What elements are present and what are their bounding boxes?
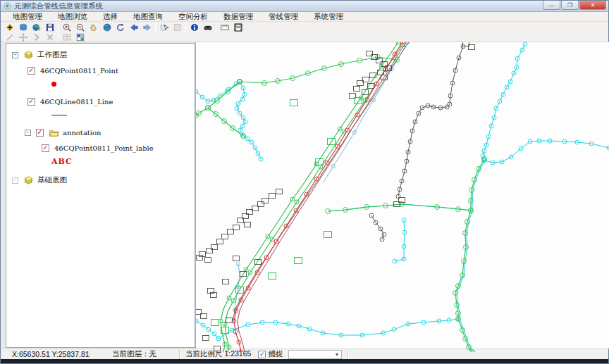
tree-node-annotation-group[interactable]: − ✓ annotation: [6, 125, 195, 139]
database-icon: [18, 23, 28, 32]
folder-icon: [49, 128, 59, 137]
clear-selection-icon: [173, 23, 183, 32]
next-extent-button[interactable]: [140, 23, 154, 33]
window-bottom-frame: [1, 359, 608, 363]
line-symbol: [51, 115, 67, 115]
layer-manager-icon: [75, 32, 85, 42]
point-symbol: [51, 82, 56, 87]
label-layer-checkbox[interactable]: ✓: [42, 144, 49, 152]
identify-button[interactable]: [187, 23, 201, 33]
full-extent-button[interactable]: [100, 23, 113, 33]
annotation-group-label: annotation: [63, 129, 102, 137]
measure-icon: [220, 23, 230, 32]
print-button[interactable]: [231, 23, 245, 33]
label-layer-label: 46CQPoint0811_Point_lable: [54, 144, 154, 152]
annotation-collapse-toggle-icon[interactable]: −: [25, 130, 31, 136]
continue-line-icon: [32, 32, 42, 42]
layer-tree-panel: − 工作图层 ✓ 46CQPoint0811_Point ✓ 46CQLine0…: [6, 43, 195, 348]
tree-node-line-layer[interactable]: ✓ 46CQLine0811_Line: [6, 94, 195, 108]
line-layer-label: 46CQLine0811_Line: [40, 98, 113, 106]
attribute-table-button[interactable]: [60, 32, 73, 43]
basemap-label: 基础底图: [37, 175, 67, 185]
main-toolbar: [1, 22, 608, 33]
basemap-collapse-toggle-icon[interactable]: −: [12, 177, 18, 184]
identify-icon: [190, 23, 199, 32]
left-gutter: [1, 42, 6, 349]
save-icon: [45, 23, 55, 32]
zoom-in-button[interactable]: [60, 23, 73, 33]
window-title: 元测综合管线信息管理系统: [14, 1, 103, 11]
coordinates-readout: X:65630.51 Y:25837.81: [6, 350, 90, 359]
line-layer-checkbox[interactable]: ✓: [27, 98, 35, 106]
print-icon: [233, 23, 243, 32]
basemap-layers-icon: [23, 176, 34, 185]
next-extent-icon: [142, 23, 152, 32]
tree-node-point-layer[interactable]: ✓ 46CQPoint0811_Point: [6, 63, 195, 77]
find-button[interactable]: [201, 23, 214, 33]
menu-pipeline-management[interactable]: 管线管理: [261, 12, 306, 22]
edit-sketch-button[interactable]: [3, 32, 16, 43]
chevron-down-icon: ▼: [333, 351, 340, 358]
tree-node-work-layers[interactable]: − 工作图层: [6, 48, 195, 62]
add-data-icon: [5, 23, 15, 32]
pan-button[interactable]: [87, 23, 100, 33]
select-features-icon: [159, 23, 169, 32]
layer-manager-button[interactable]: [73, 32, 87, 43]
layers-stack-icon: [23, 51, 34, 60]
zoom-out-button[interactable]: [73, 23, 87, 33]
delete-feature-button[interactable]: [43, 32, 56, 43]
app-window: 元测综合管线信息管理系统 — ❐ ✕ 地图管理 地图浏览 选择 地图查询 空间分…: [0, 0, 609, 364]
edit-sketch-icon: [5, 32, 15, 42]
database-button[interactable]: [16, 23, 30, 33]
save-button[interactable]: [43, 23, 56, 33]
title-bar[interactable]: 元测综合管线信息管理系统 — ❐ ✕: [1, 1, 608, 12]
zoom-out-icon: [75, 23, 85, 32]
map-canvas[interactable]: [196, 42, 609, 352]
move-feature-icon: [18, 32, 28, 42]
pan-icon: [89, 23, 99, 32]
zoom-in-icon: [62, 23, 72, 32]
annotation-checkbox[interactable]: ✓: [36, 129, 44, 137]
point-layer-label: 46CQPoint0811_Point: [40, 67, 118, 75]
move-feature-button[interactable]: [16, 32, 30, 43]
tree-node-basemap[interactable]: − 基础底图: [6, 173, 195, 187]
delete-feature-icon: [45, 32, 55, 42]
previous-extent-icon: [129, 23, 139, 32]
label-symbol: ABC: [51, 157, 73, 166]
continue-line-button[interactable]: [30, 32, 43, 43]
maximize-button[interactable]: ❐: [561, 1, 579, 10]
measure-button[interactable]: [218, 23, 231, 33]
work-layers-label: 工作图层: [37, 50, 67, 60]
point-layer-checkbox[interactable]: ✓: [27, 67, 35, 75]
import-map-button[interactable]: [30, 23, 43, 33]
menu-map-browse[interactable]: 地图浏览: [50, 12, 95, 22]
add-data-button[interactable]: [3, 23, 16, 33]
refresh-icon: [116, 23, 125, 32]
menu-map-management[interactable]: 地图管理: [5, 12, 50, 22]
collapse-toggle-icon[interactable]: −: [12, 52, 18, 58]
import-map-icon: [32, 23, 42, 32]
refresh-button[interactable]: [113, 23, 127, 33]
app-icon: [4, 2, 11, 10]
minimize-button[interactable]: —: [543, 1, 560, 10]
menu-data-management[interactable]: 数据管理: [216, 12, 261, 22]
map-view[interactable]: [195, 42, 609, 349]
edit-toolbar: [1, 33, 608, 42]
snap-type-dropdown[interactable]: ▼: [288, 350, 342, 359]
select-features-button[interactable]: [157, 23, 171, 33]
menu-bar: 地图管理 地图浏览 选择 地图查询 空间分析 数据管理 管线管理 系统管理: [1, 12, 608, 22]
menu-select[interactable]: 选择: [95, 12, 125, 22]
current-layer-readout: 当前图层：无: [90, 350, 180, 359]
attribute-table-icon: [62, 32, 72, 42]
previous-extent-button[interactable]: [127, 23, 140, 33]
clear-selection-button[interactable]: [171, 23, 184, 33]
menu-map-query[interactable]: 地图查询: [125, 12, 171, 22]
menu-system-management[interactable]: 系统管理: [306, 12, 351, 22]
full-extent-icon: [102, 23, 112, 32]
close-button[interactable]: ✕: [579, 1, 606, 10]
menu-spatial-analysis[interactable]: 空间分析: [171, 12, 216, 22]
tree-node-label-layer[interactable]: ✓ 46CQPoint0811_Point_lable: [6, 141, 195, 155]
find-icon: [203, 23, 213, 32]
